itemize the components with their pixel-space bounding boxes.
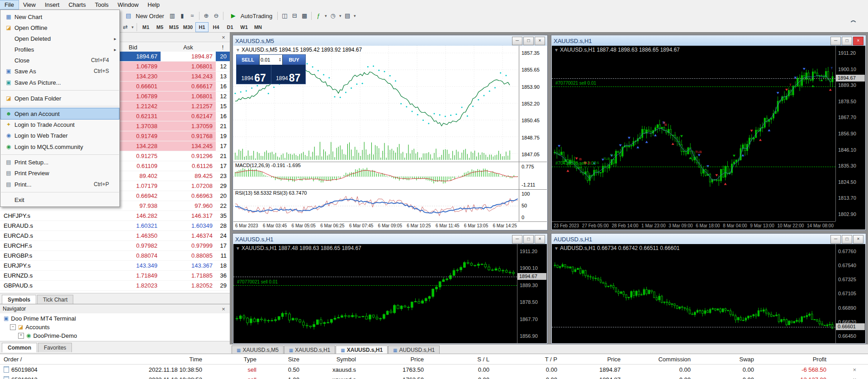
- file-menu-item[interactable]: ▤ Print Preview: [1, 168, 119, 178]
- close-icon[interactable]: ×: [535, 235, 545, 244]
- minimize-icon[interactable]: ─: [830, 37, 841, 45]
- minimize-icon[interactable]: ─: [512, 37, 522, 45]
- candle-chart-canvas[interactable]: [552, 244, 835, 343]
- pane-separator[interactable]: [233, 189, 547, 190]
- order-line[interactable]: #70770021 sell 0.01: [233, 285, 517, 286]
- file-menu-item[interactable]: Profiles ▸: [1, 44, 119, 55]
- chart-tab[interactable]: ▦ XAUUSD.s,H1: [336, 345, 388, 355]
- timeframe-button[interactable]: MN: [251, 22, 265, 32]
- one-click-toggle-icon[interactable]: ▼: [236, 48, 240, 53]
- buy-price[interactable]: 1894 87: [271, 65, 306, 84]
- chart-tab[interactable]: ▦ AUDUSD.s,H1: [388, 345, 440, 355]
- cascade-windows-icon[interactable]: ▩: [299, 11, 309, 21]
- timeframe-button[interactable]: D1: [223, 22, 237, 32]
- file-menu-item[interactable]: ☻ Open an Account: [1, 108, 119, 119]
- close-position-icon[interactable]: ×: [830, 366, 868, 373]
- sell-price[interactable]: 1894 67: [237, 65, 271, 84]
- volume-down-icon[interactable]: ▼: [279, 60, 281, 62]
- one-click-toggle-icon[interactable]: ▼: [554, 48, 559, 53]
- chart-tab[interactable]: ▦ XAUUSD.s,H1: [284, 345, 335, 355]
- file-menu-item[interactable]: ▣ Save As Ctrl+S: [1, 66, 119, 77]
- close-icon[interactable]: ×: [535, 37, 545, 45]
- candle-chart-pane[interactable]: BBLBSTLBTLBSBTLBTT #70770021 sell 0.01 #…: [552, 46, 835, 221]
- column-tp[interactable]: T / P: [493, 356, 561, 363]
- autoscroll-dropdown-icon[interactable]: ▾: [130, 22, 135, 32]
- column-profit[interactable]: Profit: [758, 356, 830, 363]
- market-watch-row[interactable]: EURAUD.s 1.60321 1.60349 28: [0, 221, 230, 231]
- candlestick-chart-icon[interactable]: ▮: [177, 11, 187, 21]
- file-menu-item[interactable]: Close Ctrl+F4: [1, 55, 119, 66]
- zoom-in-icon[interactable]: ⊕: [201, 11, 211, 21]
- indicators-icon[interactable]: ƒ: [313, 11, 323, 21]
- market-watch-row[interactable]: EURCHF.s 0.97982 0.97999 17: [0, 241, 230, 251]
- pane-separator[interactable]: [233, 162, 547, 162]
- column-open-price[interactable]: Price: [360, 356, 427, 363]
- close-icon[interactable]: ×: [853, 37, 863, 45]
- file-menu-item[interactable]: ✦ Login to Trade Account: [1, 119, 119, 130]
- price-scale[interactable]: 1911.201900.101889.301878.501867.701856.…: [517, 244, 547, 343]
- file-menu-item[interactable]: ▦ New Chart: [1, 11, 119, 22]
- tree-item-terminal[interactable]: ▣ Doo Prime MT4 Terminal: [0, 314, 230, 323]
- menu-bar-item[interactable]: Charts: [64, 0, 90, 9]
- price-scale[interactable]: 1857.351855.651853.901852.201850.451848.…: [519, 46, 547, 162]
- file-menu-item[interactable]: ◪ Open Data Folder: [1, 92, 119, 106]
- restore-icon[interactable]: □: [842, 37, 852, 45]
- timeframe-button[interactable]: M30: [181, 22, 194, 32]
- file-menu-item[interactable]: ▤ Print... Ctrl+P: [1, 178, 119, 192]
- tree-item-accounts[interactable]: − ◪ Accounts: [0, 323, 230, 331]
- column-commission[interactable]: Commission: [624, 356, 694, 363]
- tree-item-account-demo[interactable]: + ◉ DooPrime-Demo: [0, 331, 230, 340]
- tile-windows-icon[interactable]: ◫: [280, 11, 289, 21]
- market-watch-tab[interactable]: Symbols: [2, 295, 36, 304]
- market-watch-row[interactable]: EURCAD.s 1.46350 1.46374 24: [0, 231, 230, 241]
- one-click-toggle-icon[interactable]: ▼: [236, 246, 240, 251]
- indicators-dropdown-icon[interactable]: ▾: [323, 11, 328, 21]
- chart-window-titlebar[interactable]: XAUUSD.s,H1 ─ □ ×: [552, 36, 865, 46]
- timeframe-button[interactable]: M5: [153, 22, 166, 32]
- menu-bar-item[interactable]: Insert: [40, 0, 64, 9]
- restore-icon[interactable]: □: [523, 235, 534, 244]
- market-watch-row[interactable]: EURJPY.s 143.349 143.367 18: [0, 261, 230, 271]
- column-type[interactable]: Type: [206, 356, 260, 363]
- file-menu-item[interactable]: ◉ Login to MQL5.community: [1, 141, 119, 155]
- minimize-icon[interactable]: ─: [512, 235, 522, 244]
- column-symbol[interactable]: Symbol: [303, 356, 360, 363]
- chart-window-titlebar[interactable]: XAUUSD.s,M5 ─ □ ×: [233, 36, 547, 46]
- timeframe-button[interactable]: M1: [139, 22, 152, 32]
- close-position-icon[interactable]: ×: [830, 376, 868, 379]
- column-time[interactable]: Time: [77, 356, 206, 363]
- menu-bar-item[interactable]: File: [0, 0, 19, 9]
- timeframe-button[interactable]: H4: [209, 22, 223, 32]
- timeframe-button[interactable]: H1: [195, 22, 209, 32]
- candle-chart-canvas[interactable]: [233, 244, 517, 343]
- templates-icon[interactable]: ▤: [342, 11, 352, 21]
- new-order-button[interactable]: ▤ New Order: [120, 10, 167, 21]
- candle-chart-canvas[interactable]: BBLBSTLBTLBSBTLBTT: [552, 46, 835, 221]
- autotrading-button[interactable]: ▶ AutoTrading: [225, 10, 275, 21]
- market-watch-row[interactable]: EURNZD.s 1.71849 1.71885 36: [0, 271, 230, 281]
- line-chart-icon[interactable]: ≈: [187, 11, 197, 21]
- trade-row[interactable]: 65019812 2022.11.18 10:38:52 sell 1.00 x…: [0, 374, 868, 379]
- menu-bar-item[interactable]: Help: [143, 0, 164, 9]
- rsi-scale[interactable]: 100500: [519, 190, 547, 221]
- navigator-tab[interactable]: Favorites: [38, 343, 72, 352]
- volume-stepper[interactable]: 0.01 ▲▼: [259, 55, 283, 65]
- candle-chart-pane[interactable]: #70770021 sell 0.01: [233, 244, 517, 343]
- file-menu-item[interactable]: ◉ Login to Web Trader: [1, 130, 119, 141]
- order-line[interactable]: #70770021 sell 0.01: [552, 86, 835, 87]
- menu-bar-item[interactable]: Window: [113, 0, 143, 9]
- market-watch-row[interactable]: CHFJPY.s 146.282 146.317 35: [0, 211, 230, 221]
- minimize-icon[interactable]: ─: [830, 235, 841, 244]
- column-ask[interactable]: Ask: [161, 44, 216, 51]
- close-icon[interactable]: ×: [220, 306, 227, 312]
- column-order[interactable]: Order /: [0, 356, 77, 363]
- chart-window-titlebar[interactable]: XAUUSD.s,H1 ─ □ ×: [233, 234, 547, 244]
- column-current-price[interactable]: Price: [561, 356, 624, 363]
- sell-button[interactable]: SELL: [237, 55, 259, 65]
- market-watch-row[interactable]: EURGBP.s 0.88074 0.88085 11: [0, 251, 230, 261]
- close-icon[interactable]: ×: [853, 235, 863, 244]
- file-menu-item[interactable]: ▣ Save As Picture...: [1, 77, 119, 91]
- price-scale[interactable]: 1911.201900.101889.301878.501867.701856.…: [835, 46, 865, 221]
- timeframe-button[interactable]: W1: [237, 22, 251, 32]
- chart-window-titlebar[interactable]: AUDUSD.s,H1 ─ □ ×: [552, 234, 865, 244]
